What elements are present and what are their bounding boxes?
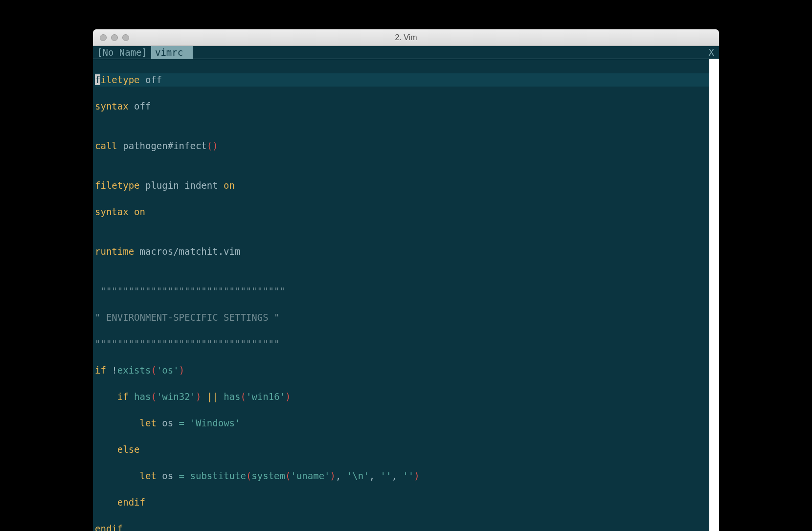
terminal-area: [No Name] vimrc X filetype off syntax of… xyxy=(93,46,719,531)
editor[interactable]: filetype off syntax off call pathogen#in… xyxy=(93,59,719,531)
minimize-window-button[interactable] xyxy=(111,34,118,41)
tab-close-icon[interactable]: X xyxy=(709,47,719,58)
code-line: """"""""""""""""""""""""""""""""" xyxy=(95,337,717,351)
code-line: let os = substitute(system('uname'), '\n… xyxy=(95,469,717,483)
vim-tabline: [No Name] vimrc X xyxy=(93,46,719,59)
app-window: 2. Vim [No Name] vimrc X filetype off sy… xyxy=(93,29,719,531)
code-line: syntax on xyxy=(95,205,717,219)
traffic-lights xyxy=(93,34,129,41)
code-line: call pathogen#infect() xyxy=(95,139,717,153)
code-line: let os = 'Windows' xyxy=(95,417,717,430)
cursor: f xyxy=(95,74,100,85)
code-line: filetype plugin indent on xyxy=(95,179,717,192)
code-line: else xyxy=(95,443,717,456)
close-window-button[interactable] xyxy=(100,34,107,41)
tab-vimrc[interactable]: vimrc xyxy=(151,46,193,59)
code-line: syntax off xyxy=(95,100,717,113)
code-line: filetype off xyxy=(95,73,717,87)
window-title: 2. Vim xyxy=(93,33,719,42)
code-line: " ENVIRONMENT-SPECIFIC SETTINGS " xyxy=(95,311,717,324)
code-line: if !exists('os') xyxy=(95,364,717,377)
code-line: """"""""""""""""""""""""""""""""" xyxy=(95,285,717,298)
tab-no-name[interactable]: [No Name] xyxy=(93,46,151,59)
code-line: runtime macros/matchit.vim xyxy=(95,245,717,258)
tab-vimrc-label: vimrc xyxy=(155,47,183,58)
code-line: if has('win32') || has('win16') xyxy=(95,390,717,403)
code-line: endif xyxy=(95,522,717,531)
titlebar[interactable]: 2. Vim xyxy=(93,29,719,46)
zoom-window-button[interactable] xyxy=(122,34,129,41)
right-gutter xyxy=(709,59,719,531)
code-line: endif xyxy=(95,496,717,509)
